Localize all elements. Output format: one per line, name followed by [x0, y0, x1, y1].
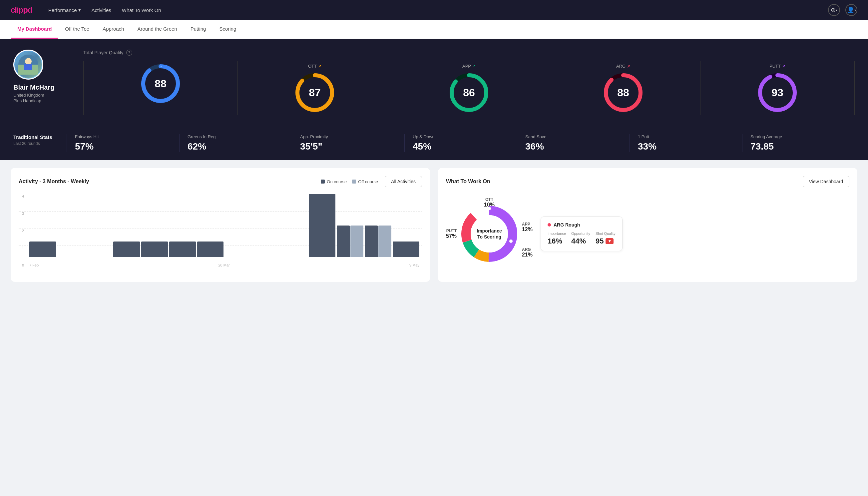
- stat-name-scoring: Scoring Average: [751, 134, 782, 139]
- score-total-value: 88: [155, 78, 167, 90]
- stat-value-sand: 36%: [525, 141, 544, 152]
- logo: clippd: [11, 5, 32, 15]
- view-dashboard-button[interactable]: View Dashboard: [803, 176, 849, 187]
- bar-group: [393, 242, 419, 258]
- bar-off-course[interactable]: [350, 226, 363, 257]
- importance-value: 16%: [548, 237, 566, 246]
- stats-items: Fairways Hit 57% Greens In Reg 62% App. …: [67, 134, 855, 152]
- traditional-stats-sublabel: Last 20 rounds: [13, 141, 67, 146]
- bar-on-course[interactable]: [169, 242, 196, 258]
- info-stats: Importance 16% Opportunity 44% Shot Qual…: [548, 232, 616, 246]
- svg-point-19: [471, 215, 508, 252]
- bar-on-course[interactable]: [365, 226, 378, 257]
- shot-quality-value: 95: [596, 237, 603, 246]
- bar-group: [337, 226, 363, 257]
- bar-on-course[interactable]: [309, 194, 335, 257]
- avatar: [13, 50, 43, 80]
- putt-donut-label: PUTT 57%: [446, 229, 457, 239]
- donut-svg: Importance To Scoring: [459, 204, 519, 264]
- score-app-value: 86: [463, 87, 475, 99]
- what-to-work-on-panel: What To Work On View Dashboard PUTT 57% …: [438, 168, 857, 282]
- bar-off-course[interactable]: [378, 226, 391, 257]
- chart-legend: On course Off course: [321, 179, 378, 184]
- info-card-title: ARG Rough: [548, 222, 616, 228]
- stat-value-gir: 62%: [188, 141, 206, 152]
- add-button[interactable]: ⊕ ▾: [828, 4, 840, 16]
- stat-value-oneputt: 33%: [638, 141, 657, 152]
- legend-dot-on: [321, 180, 325, 184]
- hero-section: Blair McHarg United Kingdom Plus Handica…: [0, 39, 868, 126]
- scores-label: Total Player Quality ?: [83, 50, 855, 56]
- svg-point-22: [488, 207, 491, 210]
- tab-scoring[interactable]: Scoring: [212, 20, 243, 38]
- ring-total: 88: [141, 64, 180, 104]
- score-arg-value: 88: [617, 87, 629, 99]
- importance-label: Importance: [548, 232, 566, 235]
- player-info: Blair McHarg United Kingdom Plus Handica…: [13, 50, 70, 103]
- app-label: APP ↗: [462, 64, 476, 68]
- tab-my-dashboard[interactable]: My Dashboard: [11, 20, 58, 38]
- bar-on-course[interactable]: [393, 242, 419, 258]
- nav-right: ⊕ ▾ 👤 ▾: [828, 4, 857, 16]
- bar-on-course[interactable]: [337, 226, 350, 257]
- ring-putt: 93: [757, 73, 798, 113]
- user-menu-button[interactable]: 👤 ▾: [845, 4, 857, 16]
- stats-bar: Traditional Stats Last 20 rounds Fairway…: [0, 126, 868, 160]
- score-total: 88: [84, 61, 238, 115]
- shot-quality-label: Shot Quality: [596, 232, 616, 235]
- app-donut-label: APP 12%: [522, 222, 533, 233]
- donut-wrapper: PUTT 57% OTT 10% APP 12% ARG: [446, 194, 533, 274]
- arg-label: ARG ↗: [616, 64, 630, 68]
- stat-name-proximity: App. Proximity: [300, 134, 328, 139]
- opportunity-label: Opportunity: [571, 232, 590, 235]
- stat-scoring-avg: Scoring Average 73.85: [742, 134, 855, 152]
- putt-arrow: ↗: [782, 64, 785, 68]
- wtwon-title: What To Work On: [446, 179, 490, 185]
- ring-ott: 87: [295, 73, 335, 113]
- opportunity-value: 44%: [571, 237, 590, 246]
- bar-on-course[interactable]: [197, 242, 224, 258]
- stat-value-proximity: 35'5": [300, 141, 322, 152]
- ott-arrow: ↗: [318, 64, 321, 68]
- activity-panel-header: Activity - 3 Months - Weekly On course O…: [19, 176, 422, 187]
- svg-point-23: [509, 239, 512, 243]
- stat-name-sand: Sand Save: [525, 134, 547, 139]
- help-icon[interactable]: ?: [126, 50, 132, 56]
- bar-group: [309, 194, 335, 257]
- shot-quality-badge: ▼: [605, 238, 614, 244]
- tab-putting[interactable]: Putting: [184, 20, 213, 38]
- tab-around-the-green[interactable]: Around the Green: [130, 20, 184, 38]
- avatar-image: [18, 55, 38, 75]
- bar-on-course[interactable]: [29, 242, 56, 258]
- stat-app-proximity: App. Proximity 35'5": [292, 134, 404, 152]
- bottom-panels: Activity - 3 Months - Weekly On course O…: [0, 160, 868, 290]
- donut-panel: PUTT 57% OTT 10% APP 12% ARG: [446, 194, 849, 274]
- nav-activities[interactable]: Activities: [92, 7, 111, 13]
- bar-on-course[interactable]: [141, 242, 168, 258]
- stat-group-label: Traditional Stats Last 20 rounds: [13, 134, 67, 146]
- legend-on-course: On course: [321, 179, 347, 184]
- bars-container: [29, 194, 419, 257]
- score-putt: PUTT ↗ 93: [700, 61, 855, 115]
- nav-performance[interactable]: Performance ▾: [48, 7, 81, 13]
- arg-arrow: ↗: [627, 64, 630, 68]
- bar-group: [365, 226, 391, 257]
- all-activities-button[interactable]: All Activities: [385, 176, 422, 187]
- score-ott-value: 87: [309, 87, 321, 99]
- top-nav: clippd Performance ▾ Activities What To …: [0, 0, 868, 20]
- tab-off-the-tee[interactable]: Off the Tee: [58, 20, 96, 38]
- stat-value-scoring: 73.85: [751, 141, 774, 152]
- bar-group: [29, 242, 56, 258]
- activity-panel-title: Activity - 3 Months - Weekly: [19, 179, 89, 185]
- svg-point-2: [25, 58, 32, 65]
- bar-on-course[interactable]: [113, 242, 140, 258]
- nav-what-to-work-on[interactable]: What To Work On: [122, 7, 161, 13]
- tab-approach[interactable]: Approach: [96, 20, 130, 38]
- score-arg: ARG ↗ 88: [546, 61, 700, 115]
- info-stat-importance: Importance 16%: [548, 232, 566, 246]
- chart-area: 4 3 2 1 0 7 Feb 28 Mar 9 May: [19, 194, 422, 267]
- info-card: ARG Rough Importance 16% Opportunity 44%…: [541, 217, 622, 251]
- info-stat-shot-quality: Shot Quality 95 ▼: [596, 232, 616, 246]
- info-dot: [548, 223, 551, 227]
- bar-group: [169, 242, 196, 258]
